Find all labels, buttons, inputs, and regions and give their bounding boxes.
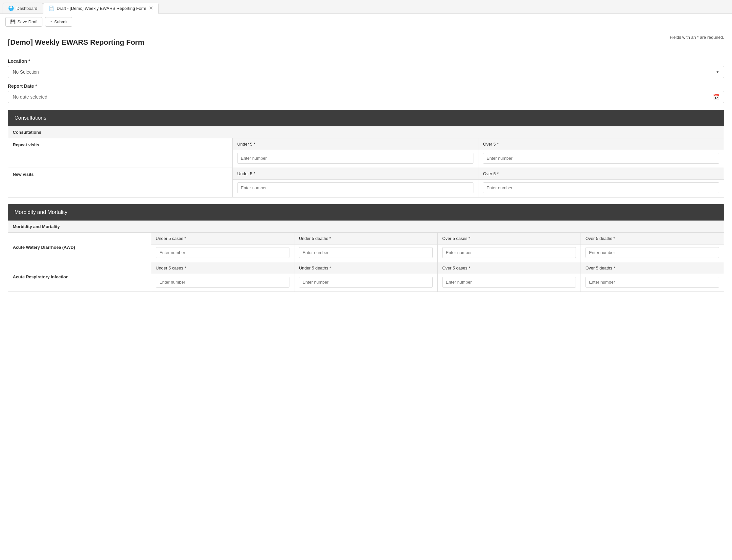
morb-field-cell-0-3: Over 5 deaths * <box>580 233 724 262</box>
consult-input-1-0[interactable] <box>237 182 473 193</box>
consult-field-label-1-0: Under 5 * <box>233 168 478 180</box>
tab-bar: 🌐 Dashboard 📄 Draft - [Demo] Weekly EWAR… <box>0 0 732 13</box>
morb-input-0-1[interactable] <box>299 247 433 258</box>
consult-field-label-1-1: Over 5 * <box>478 168 724 180</box>
consult-input-0-1[interactable] <box>483 153 719 164</box>
morb-field-label-0-0: Under 5 cases * <box>151 233 294 245</box>
submit-button[interactable]: ↑ Submit <box>45 17 72 27</box>
morb-input-0-3[interactable] <box>585 247 719 258</box>
report-date-label: Report Date * <box>8 83 724 89</box>
tab-dashboard-label: Dashboard <box>16 6 37 11</box>
save-draft-label: Save Draft <box>17 19 37 24</box>
consultation-row: New visits Under 5 * Over 5 * <box>8 168 724 198</box>
document-icon: 📄 <box>49 6 54 11</box>
consultation-row: Repeat visits Under 5 * Over 5 * <box>8 138 724 168</box>
consult-input-1-1[interactable] <box>483 182 719 193</box>
consultations-section-header: Consultations <box>8 110 724 126</box>
submit-icon: ↑ <box>50 19 52 24</box>
morb-field-label-1-3: Over 5 deaths * <box>581 262 724 274</box>
globe-icon: 🌐 <box>8 6 14 11</box>
location-field-group: Location * No Selection ▼ <box>8 58 724 78</box>
consult-row-label-1: New visits <box>8 168 233 198</box>
consult-row-label-0: Repeat visits <box>8 138 233 168</box>
morb-field-cell-0-2: Over 5 cases * <box>437 233 580 262</box>
report-date-input[interactable] <box>8 91 724 103</box>
morb-field-label-0-1: Under 5 deaths * <box>295 233 437 245</box>
tab-dashboard[interactable]: 🌐 Dashboard <box>3 3 43 13</box>
consultations-table-header: Consultations <box>8 127 724 138</box>
morb-field-label-0-2: Over 5 cases * <box>437 233 580 245</box>
morb-row-label-0: Acute Watery Diarrhoea (AWD) <box>8 233 151 262</box>
consult-field-label-0-0: Under 5 * <box>233 138 478 150</box>
morb-field-label-0-3: Over 5 deaths * <box>581 233 724 245</box>
consult-field-cell-0-0: Under 5 * <box>233 138 478 168</box>
consult-field-cell-1-0: Under 5 * <box>233 168 478 198</box>
date-wrapper: 📅 <box>8 91 724 103</box>
tab-close-icon[interactable]: ✕ <box>149 6 153 11</box>
morb-field-label-1-1: Under 5 deaths * <box>295 262 437 274</box>
morbidity-table-header: Morbidity and Mortality <box>8 221 724 233</box>
morb-field-cell-0-0: Under 5 cases * <box>151 233 295 262</box>
morb-input-1-3[interactable] <box>585 277 719 288</box>
morb-field-cell-1-1: Under 5 deaths * <box>294 262 437 292</box>
consult-field-label-0-1: Over 5 * <box>478 138 724 150</box>
morb-field-cell-1-3: Over 5 deaths * <box>580 262 724 292</box>
morb-input-1-2[interactable] <box>442 277 576 288</box>
morb-field-cell-1-0: Under 5 cases * <box>151 262 295 292</box>
location-label: Location * <box>8 58 724 64</box>
morb-input-0-2[interactable] <box>442 247 576 258</box>
toolbar: 💾 Save Draft ↑ Submit <box>0 14 732 30</box>
consultations-table: Consultations Repeat visits Under 5 * Ov… <box>8 126 724 198</box>
consult-field-cell-0-1: Over 5 * <box>478 138 724 168</box>
location-select[interactable]: No Selection <box>8 66 724 78</box>
save-icon: 💾 <box>10 19 15 24</box>
morb-input-0-0[interactable] <box>156 247 290 258</box>
morb-field-label-1-2: Over 5 cases * <box>437 262 580 274</box>
submit-label: Submit <box>54 19 67 24</box>
morb-field-cell-1-2: Over 5 cases * <box>437 262 580 292</box>
morbidity-section-header: Morbidity and Mortality <box>8 204 724 221</box>
morbidity-table: Morbidity and Mortality Acute Watery Dia… <box>8 221 724 292</box>
morb-field-label-1-0: Under 5 cases * <box>151 262 294 274</box>
save-draft-button[interactable]: 💾 Save Draft <box>5 17 42 27</box>
page-title: [Demo] Weekly EWARS Reporting Form <box>8 38 144 47</box>
consult-input-0-0[interactable] <box>237 153 473 164</box>
morbidity-row: Acute Watery Diarrhoea (AWD) Under 5 cas… <box>8 233 724 262</box>
required-note: Fields with an * are required. <box>670 35 724 40</box>
tab-form-label: Draft - [Demo] Weekly EWARS Reporting Fo… <box>57 6 146 11</box>
morb-input-1-0[interactable] <box>156 277 290 288</box>
consult-field-cell-1-1: Over 5 * <box>478 168 724 198</box>
main-content: [Demo] Weekly EWARS Reporting Form Field… <box>0 30 732 560</box>
morb-input-1-1[interactable] <box>299 277 433 288</box>
tab-form[interactable]: 📄 Draft - [Demo] Weekly EWARS Reporting … <box>43 3 159 14</box>
location-select-wrapper: No Selection ▼ <box>8 66 724 78</box>
morb-row-label-1: Acute Respiratory Infection <box>8 262 151 292</box>
morbidity-row: Acute Respiratory Infection Under 5 case… <box>8 262 724 292</box>
report-date-field-group: Report Date * 📅 <box>8 83 724 103</box>
browser-chrome: 🌐 Dashboard 📄 Draft - [Demo] Weekly EWAR… <box>0 0 732 14</box>
morb-field-cell-0-1: Under 5 deaths * <box>294 233 437 262</box>
